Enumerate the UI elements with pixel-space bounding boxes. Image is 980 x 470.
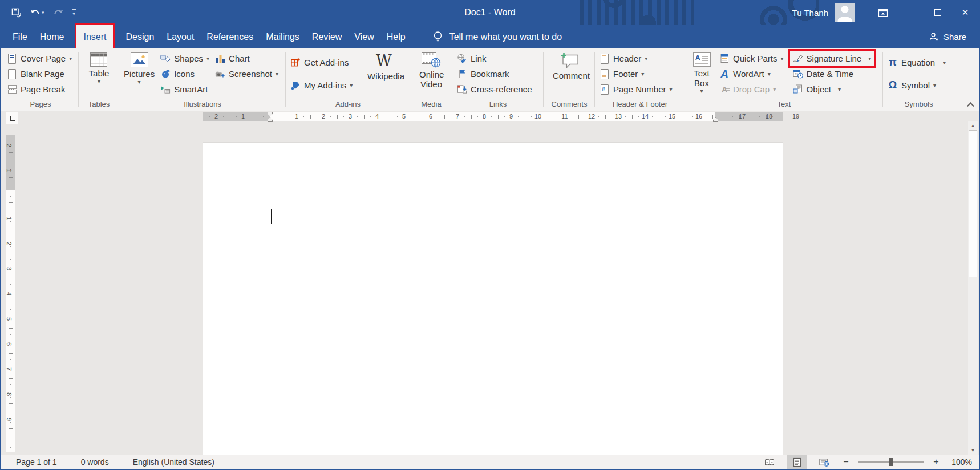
table-button[interactable]: Table ▾ <box>86 50 112 99</box>
bookmark-button[interactable]: Bookmark <box>454 66 535 82</box>
tab-insert-active[interactable]: Insert <box>76 25 113 48</box>
ruler-quarter-tick <box>357 116 358 118</box>
ruler-quarter-tick <box>10 447 11 448</box>
vertical-ruler[interactable]: 21123456789 <box>6 135 15 452</box>
undo-dropdown-caret[interactable]: ▾ <box>42 10 44 15</box>
pictures-button[interactable]: Pictures ▾ <box>121 50 157 99</box>
tell-me-box[interactable]: Tell me what you want to do <box>433 32 562 42</box>
tab-view[interactable]: View <box>354 25 374 48</box>
tab-help[interactable]: Help <box>387 25 406 48</box>
share-button[interactable]: Share <box>929 32 966 42</box>
ribbon-display-options-button[interactable] <box>869 0 897 25</box>
ruler-number: 19 <box>792 113 799 120</box>
zoom-in-button[interactable]: + <box>932 457 940 467</box>
tab-mailings[interactable]: Mailings <box>266 25 299 48</box>
tab-review[interactable]: Review <box>312 25 342 48</box>
equation-button[interactable]: π Equation ▾ <box>885 55 949 70</box>
header-button[interactable]: Header ▾ <box>597 51 675 66</box>
ribbon-tab-row: File Home Insert Design Layout Reference… <box>1 25 979 48</box>
signature-line-label: Signature Line <box>807 54 862 63</box>
group-label-comments: Comments <box>545 99 593 111</box>
close-button[interactable]: ✕ <box>951 0 979 25</box>
group-links: Link Bookmark Cross-reference <box>452 48 544 111</box>
shapes-button[interactable]: Shapes ▾ <box>157 51 212 66</box>
customize-quick-access-button[interactable]: ▾ <box>72 9 76 17</box>
collapse-ribbon-button[interactable] <box>967 102 973 107</box>
tab-file[interactable]: File <box>13 25 27 48</box>
read-mode-view-button[interactable] <box>760 455 779 469</box>
ruler-quarter-tick <box>10 422 11 423</box>
date-time-button[interactable]: Date & Time <box>790 66 874 82</box>
undo-button[interactable]: ▾ <box>30 8 44 18</box>
wordart-button[interactable]: A WordArt ▾ <box>716 66 787 82</box>
page-break-button[interactable]: Page Break <box>4 82 75 97</box>
signature-line-button-highlighted[interactable]: Signature Line ▾ <box>790 51 874 66</box>
chart-icon <box>215 54 225 63</box>
online-video-button[interactable]: Online Video <box>416 50 446 99</box>
blank-page-button[interactable]: Blank Page <box>4 66 75 82</box>
ruler-quarter-tick <box>10 309 11 310</box>
account-avatar[interactable] <box>835 3 855 22</box>
get-addins-button[interactable]: Get Add-ins <box>287 55 365 70</box>
horizontal-ruler[interactable]: 2112345678910111213141516171819 <box>203 112 783 121</box>
icons-label: Icons <box>174 69 195 79</box>
scrollbar-thumb[interactable] <box>969 130 977 277</box>
zoom-out-button[interactable]: − <box>842 457 850 467</box>
cover-page-icon <box>7 54 17 63</box>
tab-stop-selector[interactable] <box>6 112 18 124</box>
my-addins-button[interactable]: My Add-ins ▾ <box>287 78 365 93</box>
document-page[interactable] <box>203 142 783 455</box>
maximize-button[interactable] <box>924 0 951 25</box>
drop-cap-label: Drop Cap <box>733 84 770 94</box>
tab-design[interactable]: Design <box>125 25 154 48</box>
ruler-quarter-tick <box>477 116 478 118</box>
group-symbols: π Equation ▾ Ω Symbol ▾ Symbols <box>883 48 954 111</box>
ruler-number: 1 <box>241 113 245 120</box>
footer-button[interactable]: Footer ▾ <box>597 66 675 82</box>
zoom-level[interactable]: 100% <box>948 457 972 467</box>
tab-references[interactable]: References <box>206 25 253 48</box>
chart-button[interactable]: Chart <box>212 51 281 66</box>
vertical-scrollbar[interactable]: ▲ ▼ <box>968 121 978 455</box>
web-layout-view-button[interactable] <box>815 455 834 469</box>
zoom-slider-thumb[interactable] <box>889 458 893 466</box>
drop-cap-icon: A <box>719 84 730 94</box>
link-button[interactable]: Link <box>454 51 535 66</box>
account-name[interactable]: Tu Thanh <box>792 8 828 18</box>
right-indent-marker[interactable] <box>713 118 718 122</box>
wikipedia-button[interactable]: W Wikipedia <box>365 50 403 99</box>
zoom-slider[interactable] <box>858 461 924 463</box>
language-indicator[interactable]: English (United States) <box>133 457 214 467</box>
scroll-up-button[interactable]: ▲ <box>968 121 978 130</box>
hanging-indent-marker[interactable] <box>268 118 273 122</box>
object-button[interactable]: Object ▾ <box>790 82 874 97</box>
minimize-button[interactable]: — <box>897 0 924 25</box>
screenshot-button[interactable]: Screenshot ▾ <box>212 66 281 82</box>
word-count[interactable]: 0 words <box>81 457 109 467</box>
tab-layout[interactable]: Layout <box>167 25 194 48</box>
ruler-row: 2112345678910111213141516171819 <box>1 111 979 121</box>
symbol-button[interactable]: Ω Symbol ▾ <box>885 78 949 93</box>
group-label-tables: Tables <box>80 99 118 111</box>
ruler-quarter-tick <box>10 209 11 209</box>
text-box-icon: A <box>693 52 711 67</box>
page-indicator[interactable]: Page 1 of 1 <box>16 457 57 467</box>
cross-reference-button[interactable]: Cross-reference <box>454 82 535 97</box>
scroll-down-button[interactable]: ▼ <box>968 446 978 455</box>
ruler-quarter-tick <box>290 116 290 118</box>
ruler-quarter-tick <box>10 196 11 197</box>
text-box-button[interactable]: A Text Box ▾ <box>687 50 716 99</box>
save-button[interactable] <box>11 8 22 18</box>
ruler-number: 18 <box>766 113 772 120</box>
cover-page-button[interactable]: Cover Page ▾ <box>4 51 75 66</box>
comment-button[interactable]: Comment <box>550 50 589 99</box>
first-line-indent-marker[interactable] <box>268 112 273 116</box>
icons-button[interactable]: Icons <box>157 66 212 82</box>
print-layout-view-button[interactable] <box>787 455 807 469</box>
page-number-button[interactable]: # Page Number ▾ <box>597 82 675 97</box>
quick-parts-button[interactable]: Quick Parts ▾ <box>716 51 787 66</box>
tab-home[interactable]: Home <box>40 25 64 48</box>
smartart-button[interactable]: SmartArt <box>157 82 212 97</box>
table-label: Table <box>89 68 110 78</box>
group-label-addins: Add-ins <box>287 99 408 111</box>
